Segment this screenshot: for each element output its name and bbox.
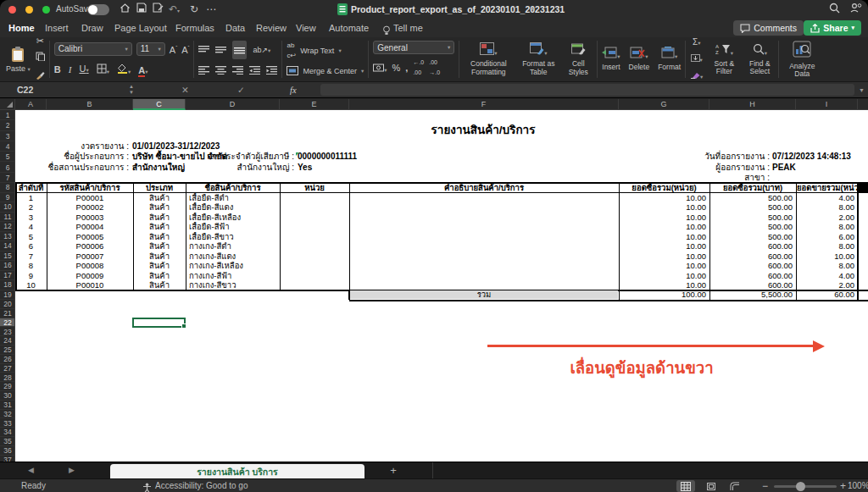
cell[interactable]: 10.00 bbox=[620, 252, 709, 262]
wrap-text-button[interactable]: abc↩ Wrap Text▾ bbox=[287, 41, 364, 61]
cell[interactable]: 4 bbox=[16, 222, 46, 232]
insert-cells-button[interactable]: ▾ Insert bbox=[602, 47, 620, 71]
redo-icon[interactable]: ↻ bbox=[190, 3, 198, 16]
autosum-icon[interactable]: Σ▾ bbox=[693, 37, 700, 48]
row-header-11[interactable]: 11 bbox=[0, 213, 15, 223]
font-color-icon[interactable]: A▾ bbox=[138, 62, 147, 77]
tab-automate[interactable]: Automate bbox=[329, 21, 369, 37]
align-middle-icon[interactable] bbox=[215, 42, 226, 58]
cell[interactable]: P00009 bbox=[47, 271, 132, 281]
format-painter-icon[interactable] bbox=[36, 68, 45, 83]
bold-button[interactable]: B bbox=[54, 64, 61, 75]
confirm-entry-icon[interactable]: ✓ bbox=[237, 84, 245, 97]
sheet-canvas[interactable]: รายงานสินค้า/บริการ งวดรายงาน :01/01/202… bbox=[15, 110, 868, 462]
cell-styles-button[interactable]: Cell Styles bbox=[564, 42, 593, 76]
borders-icon[interactable]: ▾ bbox=[97, 62, 109, 77]
cell[interactable]: 9 bbox=[16, 271, 46, 281]
decrease-indent-icon[interactable] bbox=[249, 63, 260, 78]
column-header-B[interactable]: B bbox=[47, 99, 133, 110]
cell[interactable]: 10.00 bbox=[620, 222, 709, 232]
row-header-3[interactable]: 3 bbox=[0, 131, 15, 141]
row-header-34[interactable]: 34 bbox=[0, 428, 15, 437]
row-header-4[interactable]: 4 bbox=[0, 141, 15, 152]
tab-view[interactable]: View bbox=[296, 21, 316, 37]
row-header-18[interactable]: 18 bbox=[0, 280, 15, 290]
cell[interactable]: 10.00 bbox=[620, 232, 709, 242]
zoom-slider-thumb[interactable] bbox=[796, 482, 805, 491]
cell[interactable]: 600.00 bbox=[710, 261, 795, 271]
row-header-25[interactable]: 25 bbox=[0, 346, 15, 355]
cell[interactable]: 2.00 bbox=[797, 280, 857, 290]
accessibility-status[interactable]: Accessibility: Good to go bbox=[155, 481, 248, 491]
row-header-13[interactable]: 13 bbox=[0, 232, 15, 242]
tab-formulas[interactable]: Formulas bbox=[175, 21, 214, 37]
cell[interactable]: 6.00 bbox=[797, 232, 857, 242]
table-header-cell[interactable]: ประเภท bbox=[134, 184, 185, 193]
title-chevron-icon[interactable]: ▾ bbox=[531, 5, 534, 13]
row-header-6[interactable]: 6 bbox=[0, 163, 15, 173]
cell[interactable]: 500.00 bbox=[710, 202, 795, 213]
cell[interactable]: 500.00 bbox=[710, 193, 795, 203]
cell[interactable]: 10.00 bbox=[620, 271, 709, 281]
zoom-out-button[interactable]: − bbox=[762, 481, 768, 491]
row-header-36[interactable]: 36 bbox=[0, 446, 15, 456]
tab-page-layout[interactable]: Page Layout bbox=[114, 21, 167, 37]
name-box[interactable]: C22 bbox=[17, 84, 33, 97]
clear-eraser-icon[interactable]: ▾ bbox=[690, 67, 703, 82]
tab-draw[interactable]: Draw bbox=[81, 21, 103, 37]
row-header-33[interactable]: 33 bbox=[0, 419, 15, 428]
underline-button[interactable]: U▾ bbox=[79, 64, 88, 75]
save-as-icon[interactable] bbox=[153, 3, 164, 16]
sheet-tab-active[interactable]: รายงานสินค้า บริการ bbox=[110, 464, 364, 479]
row-header-27[interactable]: 27 bbox=[0, 364, 15, 373]
cell[interactable]: 2.00 bbox=[797, 213, 857, 223]
table-header-cell[interactable]: ยอดขายรวม(หน่วย) bbox=[797, 184, 857, 193]
cell[interactable]: 6 bbox=[16, 241, 46, 252]
tab-insert[interactable]: Insert bbox=[45, 21, 69, 37]
cell[interactable]: เสื้อยืด-สีดำ bbox=[186, 193, 279, 203]
cell[interactable]: 10.00 bbox=[620, 261, 709, 271]
share-button[interactable]: Share▾ bbox=[804, 20, 861, 36]
percent-icon[interactable]: % bbox=[392, 63, 401, 73]
table-header-cell[interactable]: ยอดซื้อรวม(หน่วย) bbox=[620, 184, 709, 193]
cell[interactable]: 10.00 bbox=[620, 202, 709, 213]
row-header-35[interactable]: 35 bbox=[0, 437, 15, 446]
sort-filter-button[interactable]: AZ▾ Sort & Filter bbox=[709, 43, 738, 76]
zoom-in-button[interactable]: + bbox=[840, 481, 846, 491]
align-top-icon[interactable] bbox=[198, 42, 209, 58]
table-header-cell[interactable]: หน่วย bbox=[281, 184, 348, 193]
maximize-window-button[interactable] bbox=[42, 6, 50, 14]
total-value-cell[interactable]: 60.00 bbox=[797, 290, 857, 300]
cell[interactable]: 600.00 bbox=[710, 280, 795, 290]
paste-button[interactable]: Paste ▾ bbox=[6, 46, 31, 73]
fx-icon[interactable]: fx bbox=[290, 84, 297, 97]
page-layout-view-icon[interactable] bbox=[702, 480, 721, 492]
cell[interactable]: P00005 bbox=[47, 232, 132, 242]
accounting-format-icon[interactable]: ▾ bbox=[373, 60, 387, 75]
presence-icon[interactable] bbox=[850, 3, 862, 17]
row-header-22[interactable]: 22 bbox=[0, 318, 15, 328]
cell[interactable]: สินค้า bbox=[134, 280, 185, 290]
row-header-23[interactable]: 23 bbox=[0, 328, 15, 337]
cell[interactable]: 8 bbox=[16, 261, 46, 271]
find-select-button[interactable]: ▾ Find & Select bbox=[745, 43, 774, 76]
cell[interactable]: P00008 bbox=[47, 261, 132, 271]
cell[interactable]: 10.00 bbox=[620, 213, 709, 223]
column-header-I[interactable]: I bbox=[796, 99, 858, 110]
comments-button[interactable]: Comments bbox=[733, 20, 804, 36]
minimize-window-button[interactable] bbox=[25, 6, 33, 14]
align-center-icon[interactable] bbox=[215, 63, 226, 78]
cell[interactable]: 10.00 bbox=[797, 252, 857, 262]
row-header-15[interactable]: 15 bbox=[0, 252, 15, 262]
increase-decimal-icon[interactable]: ←.0.00 bbox=[413, 58, 424, 78]
table-header-cell[interactable]: ชื่อสินค้า/บริการ bbox=[186, 184, 279, 193]
cell[interactable]: 10.00 bbox=[620, 280, 709, 290]
row-header-14[interactable]: 14 bbox=[0, 241, 15, 252]
more-commands-icon[interactable]: ⋯ bbox=[206, 3, 217, 16]
cell[interactable]: 500.00 bbox=[710, 232, 795, 242]
cell[interactable]: เสื้อยืด-สีแดง bbox=[186, 202, 279, 213]
page-break-view-icon[interactable] bbox=[726, 480, 744, 492]
cut-icon[interactable]: ✂ bbox=[36, 36, 44, 46]
row-header-1[interactable]: 1 bbox=[0, 110, 15, 120]
cell[interactable]: P00010 bbox=[47, 280, 132, 290]
